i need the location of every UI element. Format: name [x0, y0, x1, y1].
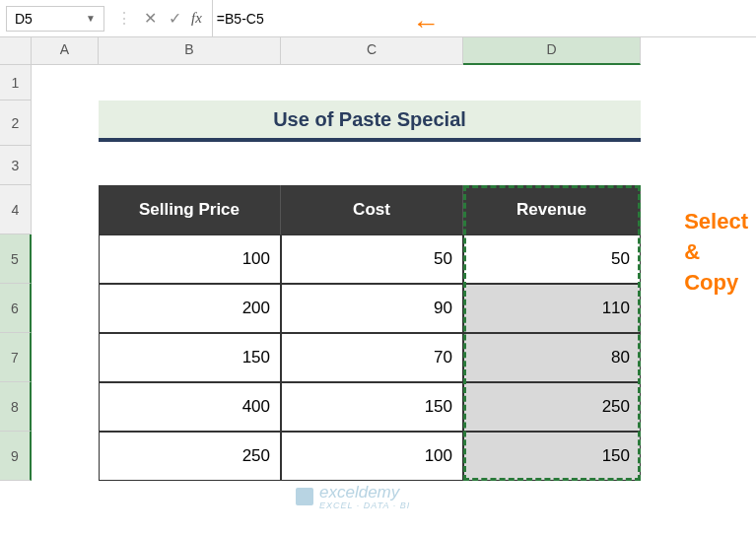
cancel-icon[interactable]: ✕: [138, 6, 163, 31]
cell-selling[interactable]: 400: [99, 382, 281, 432]
th-cost: Cost: [281, 185, 463, 234]
name-box[interactable]: D5 ▼: [6, 6, 104, 32]
watermark: exceldemy EXCEL · DATA · BI: [296, 483, 410, 510]
cell-revenue[interactable]: 250: [463, 382, 641, 432]
watermark-icon: [296, 488, 313, 505]
col-header-C[interactable]: C: [281, 37, 463, 65]
cell-cost[interactable]: 70: [281, 333, 463, 382]
cell-selling[interactable]: 150: [99, 333, 281, 382]
row-header-6[interactable]: 6: [0, 284, 32, 333]
th-revenue: Revenue: [463, 185, 641, 234]
select-copy-annotation: Select&Copy: [684, 207, 748, 298]
table-row: 250100150: [99, 432, 641, 481]
table-row: 1507080: [99, 333, 641, 382]
cell-revenue[interactable]: 150: [463, 432, 641, 481]
cell-cost[interactable]: 90: [281, 284, 463, 333]
cell-revenue[interactable]: 50: [463, 234, 641, 284]
table-header-row: Selling Price Cost Revenue: [99, 185, 641, 234]
sheet-title: Use of Paste Special: [99, 100, 641, 142]
arrow-annotation: ←: [412, 8, 440, 39]
select-all-corner[interactable]: [0, 37, 32, 65]
cell-selling[interactable]: 100: [99, 234, 281, 284]
enter-icon[interactable]: ✓: [163, 6, 187, 31]
cell-revenue[interactable]: 110: [463, 284, 641, 333]
watermark-subtitle: EXCEL · DATA · BI: [319, 501, 410, 510]
col-header-D[interactable]: D: [463, 37, 641, 65]
watermark-text: exceldemy: [319, 483, 410, 502]
cell-cost[interactable]: 100: [281, 432, 463, 481]
cell-cost[interactable]: 150: [281, 382, 463, 432]
name-box-value: D5: [15, 11, 33, 27]
divider: ⋮: [116, 9, 132, 28]
grid-area: ABCD Use of Paste Special Selling Price …: [32, 37, 756, 534]
row-header-3[interactable]: 3: [0, 146, 32, 185]
row-headers: 123456789: [0, 65, 32, 481]
row-header-1[interactable]: 1: [0, 65, 32, 100]
cell-selling[interactable]: 200: [99, 284, 281, 333]
col-header-A[interactable]: A: [32, 37, 99, 65]
cell-revenue[interactable]: 80: [463, 333, 641, 382]
row-header-2[interactable]: 2: [0, 100, 32, 146]
row-header-8[interactable]: 8: [0, 382, 32, 432]
fx-icon[interactable]: fx: [191, 10, 202, 27]
row-header-9[interactable]: 9: [0, 432, 32, 481]
left-column: 123456789: [0, 37, 32, 534]
table-row: 20090110: [99, 284, 641, 333]
cell-selling[interactable]: 250: [99, 432, 281, 481]
row-header-5[interactable]: 5: [0, 234, 32, 284]
row-header-7[interactable]: 7: [0, 333, 32, 382]
table-row: 1005050: [99, 234, 641, 284]
formula-bar: D5 ▼ ⋮ ✕ ✓ fx: [0, 0, 756, 37]
cell-cost[interactable]: 50: [281, 234, 463, 284]
col-headers: ABCD: [32, 37, 756, 65]
col-header-B[interactable]: B: [99, 37, 281, 65]
row-header-4[interactable]: 4: [0, 185, 32, 234]
table-row: 400150250: [99, 382, 641, 432]
sheet-container: 123456789 ABCD Use of Paste Special Sell…: [0, 37, 756, 534]
th-selling-price: Selling Price: [99, 185, 281, 234]
formula-input[interactable]: [212, 0, 756, 36]
name-box-dropdown-icon[interactable]: ▼: [86, 13, 96, 24]
